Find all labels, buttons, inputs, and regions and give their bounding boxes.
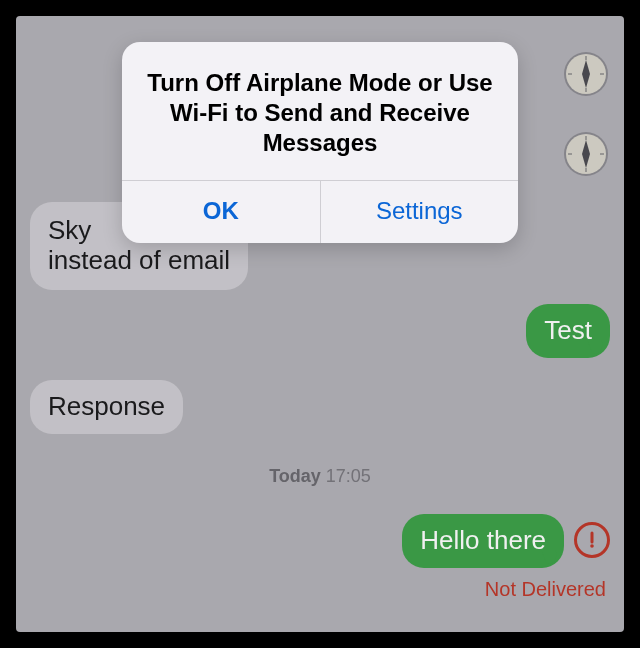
alert-button-row: OK Settings	[122, 180, 518, 243]
alert-title: Turn Off Airplane Mode or Use Wi-Fi to S…	[122, 42, 518, 180]
ok-button[interactable]: OK	[122, 181, 321, 243]
messages-screen: Sky instead of email Test Response Today…	[16, 16, 624, 632]
settings-button[interactable]: Settings	[321, 181, 519, 243]
alert-dialog: Turn Off Airplane Mode or Use Wi-Fi to S…	[122, 42, 518, 243]
